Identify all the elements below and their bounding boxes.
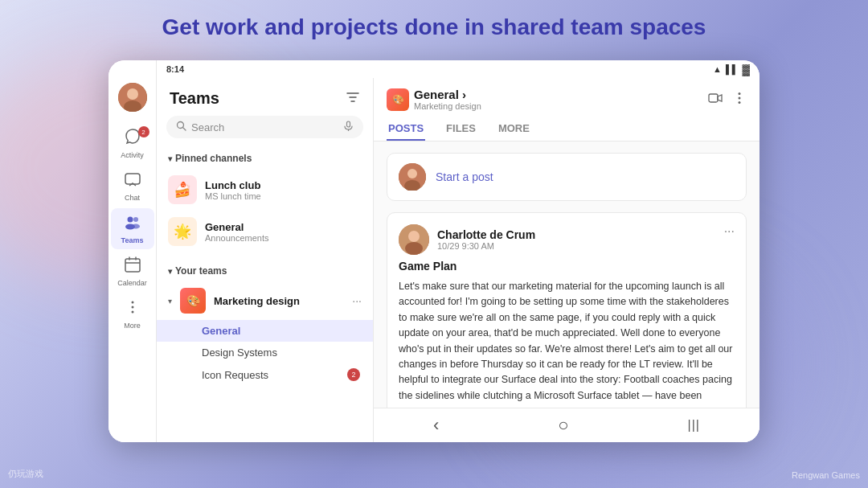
- tab-files[interactable]: FILES: [444, 117, 477, 141]
- main-content: 🎨 General › Marketing design POSTS: [374, 78, 760, 442]
- watermark-left: 仍玩游戏: [8, 468, 43, 480]
- sub-channel-general[interactable]: General: [157, 320, 373, 342]
- post-more-icon[interactable]: ···: [724, 224, 735, 239]
- calendar-label: Calendar: [117, 279, 147, 287]
- team-expand-chevron: ▾: [168, 297, 172, 306]
- activity-label: Activity: [121, 151, 144, 159]
- status-icons: ▲ ▌▌ ▓: [713, 64, 750, 76]
- search-bar[interactable]: Search: [166, 116, 363, 138]
- teams-panel: Teams Search ▾ Pinned channels 🍰 Lunch c…: [157, 78, 374, 442]
- lunch-club-name: Lunch club: [205, 179, 261, 191]
- team-marketing-design[interactable]: ▾ 🎨 Marketing design ···: [157, 281, 373, 320]
- post-title: Game Plan: [399, 260, 735, 273]
- svg-point-15: [739, 92, 741, 95]
- sidebar-item-chat[interactable]: Chat: [111, 166, 154, 207]
- device-frame: 8:14 ▲ ▌▌ ▓ 2 Activity Chat: [108, 60, 760, 442]
- svg-rect-3: [125, 174, 140, 184]
- video-icon[interactable]: [708, 91, 723, 109]
- svg-point-16: [739, 96, 741, 99]
- channel-name: General ›: [414, 88, 481, 101]
- post-body: Let's make sure that our marketing mater…: [399, 279, 735, 404]
- channel-top-bar: 🎨 General › Marketing design: [387, 78, 747, 117]
- sidebar-item-teams[interactable]: Teams: [111, 208, 154, 249]
- channel-logo: 🎨: [387, 88, 409, 111]
- channel-actions: [708, 91, 747, 109]
- pinned-channels-header[interactable]: ▾ Pinned channels: [157, 146, 373, 169]
- channel-breadcrumb: 🎨 General › Marketing design: [387, 88, 481, 111]
- watermark-right: Rengwan Games: [792, 470, 860, 480]
- sub-channel-icon-requests-label: Icon Requests: [202, 369, 268, 381]
- icon-requests-badge: 2: [347, 368, 360, 381]
- chat-icon: [124, 170, 141, 192]
- svg-point-11: [131, 311, 133, 314]
- your-teams-label: Your teams: [175, 265, 227, 277]
- status-bar: 8:14 ▲ ▌▌ ▓: [157, 60, 760, 78]
- post-feed: Start a post Charlotte de Crum 10/29 9:3…: [374, 141, 760, 408]
- bottom-nav: ‹ ○ |||: [374, 408, 760, 442]
- post-time: 10/29 9:30 AM: [437, 241, 535, 251]
- tab-posts[interactable]: POSTS: [387, 117, 425, 141]
- sidebar-item-calendar[interactable]: Calendar: [111, 251, 154, 292]
- user-avatar[interactable]: [118, 83, 147, 112]
- your-teams-chevron: ▾: [168, 267, 172, 276]
- more-icon: [124, 298, 141, 320]
- general-channel-sub: Announcements: [205, 233, 269, 243]
- svg-point-23: [405, 242, 423, 255]
- svg-point-12: [178, 122, 184, 129]
- lunch-club-info: Lunch club MS lunch time: [205, 179, 261, 201]
- overflow-icon[interactable]: [732, 91, 747, 109]
- post-card: Charlotte de Crum 10/29 9:30 AM ··· Game…: [387, 212, 747, 408]
- battery-icon: ▓: [743, 64, 750, 76]
- post-author-avatar: [399, 224, 429, 255]
- post-author-info: Charlotte de Crum 10/29 9:30 AM: [437, 228, 535, 251]
- marketing-design-name: Marketing design: [214, 295, 344, 307]
- general-channel-name: General: [205, 221, 269, 233]
- main-header: 🎨 General › Marketing design POSTS: [374, 78, 760, 141]
- sub-channel-design-systems[interactable]: Design Systems: [157, 342, 373, 363]
- sub-channel-general-label: General: [202, 325, 240, 337]
- channel-lunch-club[interactable]: 🍰 Lunch club MS lunch time: [157, 169, 373, 211]
- team-more-icon[interactable]: ···: [352, 294, 362, 307]
- svg-rect-13: [347, 121, 350, 127]
- wifi-icon: ▲: [713, 64, 722, 74]
- tabs: POSTS FILES MORE: [387, 117, 747, 141]
- post-header: Charlotte de Crum 10/29 9:30 AM ···: [399, 224, 735, 255]
- teams-icon: [124, 213, 141, 235]
- channel-general[interactable]: 🌟 General Announcements: [157, 211, 373, 252]
- svg-rect-14: [709, 94, 718, 102]
- back-button[interactable]: ‹: [433, 415, 439, 436]
- sub-channel-design-systems-label: Design Systems: [202, 347, 277, 359]
- start-post-box[interactable]: Start a post: [387, 153, 747, 201]
- start-post-text: Start a post: [436, 170, 493, 183]
- sidebar-item-activity[interactable]: 2 Activity: [111, 123, 154, 164]
- your-teams-header[interactable]: ▾ Your teams: [157, 259, 373, 281]
- pinned-channels-label: Pinned channels: [175, 153, 252, 164]
- svg-point-5: [133, 217, 138, 222]
- menu-button[interactable]: |||: [688, 418, 700, 433]
- svg-point-10: [131, 306, 133, 309]
- tab-more[interactable]: MORE: [497, 117, 531, 141]
- nav-sidebar: 2 Activity Chat Teams Calendar: [108, 60, 157, 442]
- page-headline: Get work and projects done in shared tea…: [0, 14, 868, 40]
- home-button[interactable]: ○: [558, 415, 568, 436]
- signal-icon: ▌▌: [726, 64, 739, 74]
- svg-point-17: [739, 101, 741, 104]
- icon-requests-row: Icon Requests 2: [202, 368, 360, 381]
- filter-icon[interactable]: [346, 90, 360, 108]
- search-input[interactable]: Search: [191, 121, 338, 133]
- calendar-icon: [124, 256, 141, 277]
- more-label: More: [124, 322, 141, 330]
- svg-point-4: [127, 217, 133, 223]
- svg-point-19: [407, 169, 417, 178]
- lunch-club-icon: 🍰: [168, 175, 197, 204]
- mic-icon[interactable]: [343, 121, 354, 133]
- svg-point-7: [132, 224, 140, 229]
- svg-rect-8: [125, 259, 140, 272]
- general-channel-info: General Announcements: [205, 221, 269, 243]
- sidebar-item-more[interactable]: More: [111, 293, 154, 334]
- sub-channel-icon-requests[interactable]: Icon Requests 2: [157, 363, 373, 386]
- post-author-name: Charlotte de Crum: [437, 228, 535, 241]
- post-author-row: Charlotte de Crum 10/29 9:30 AM: [399, 224, 535, 255]
- teams-label: Teams: [121, 236, 144, 244]
- teams-panel-header: Teams: [157, 78, 373, 116]
